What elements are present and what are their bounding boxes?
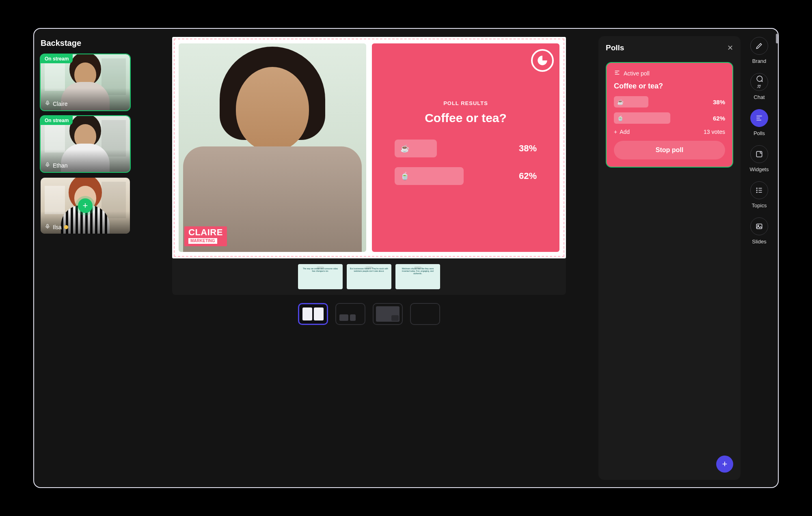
poll-option-row: 🍵 62% bbox=[395, 167, 537, 185]
mic-icon bbox=[45, 100, 50, 107]
poll-option-pct: 38% bbox=[512, 143, 537, 154]
poll-active-icon bbox=[614, 69, 620, 77]
mic-icon bbox=[45, 162, 50, 169]
brand-logo-icon bbox=[531, 49, 554, 72]
rail-topics[interactable]: Topics bbox=[750, 181, 768, 209]
rail-widgets[interactable]: Widgets bbox=[750, 145, 769, 172]
onstream-badge: On stream bbox=[41, 116, 73, 125]
lower-third: CLAIRE MARKETING bbox=[184, 226, 227, 246]
participant-card[interactable]: On stream Ethan bbox=[41, 116, 130, 172]
svg-rect-9 bbox=[756, 224, 762, 229]
layout-pip-button[interactable] bbox=[335, 303, 365, 325]
poll-option-pct: 38% bbox=[705, 99, 725, 105]
mic-icon bbox=[45, 224, 50, 230]
add-option-button[interactable]: + Add bbox=[614, 129, 630, 135]
svg-point-3 bbox=[758, 85, 759, 86]
participant-card[interactable]: On stream Claire bbox=[41, 54, 130, 110]
close-icon[interactable]: ✕ bbox=[727, 43, 733, 52]
slide-thumb[interactable]: The way we create and consume video has … bbox=[298, 264, 343, 289]
rail-polls[interactable]: Polls bbox=[750, 109, 768, 136]
chat-icon bbox=[755, 75, 763, 83]
active-poll-card: Active poll Coffee or tea? ☕ 38% 🍵 62% +… bbox=[606, 62, 733, 168]
layout-grid-button[interactable] bbox=[410, 303, 440, 325]
poll-option-row: ☕ 38% bbox=[395, 140, 537, 157]
lower-third-role: MARKETING bbox=[188, 238, 217, 244]
stage-column: CLAIRE MARKETING POLL RESULTS Coffee or … bbox=[140, 29, 598, 487]
slide-tray: The way we create and consume video has … bbox=[172, 258, 566, 295]
svg-rect-5 bbox=[756, 151, 762, 157]
svg-point-6 bbox=[756, 188, 757, 189]
rail-brand[interactable]: Brand bbox=[750, 37, 768, 64]
polls-panel: Polls ✕ Active poll Coffee or tea? ☕ 38%… bbox=[598, 36, 741, 480]
slide-thumb[interactable]: Webinars should feel like they were inve… bbox=[395, 264, 440, 289]
plus-icon: + bbox=[614, 129, 617, 135]
status-dot-icon bbox=[64, 225, 68, 229]
participant-name: Ethan bbox=[53, 162, 68, 169]
backstage-title: Backstage bbox=[41, 39, 133, 48]
rail-chat[interactable]: Chat bbox=[750, 73, 768, 100]
svg-rect-1 bbox=[47, 163, 48, 165]
active-poll-label: Active poll bbox=[624, 70, 650, 77]
participant-name: Ilsa bbox=[53, 224, 62, 230]
stage-poll-overlay: POLL RESULTS Coffee or tea? ☕ 38% 🍵 62% bbox=[372, 43, 559, 252]
backstage-panel: Backstage On stream Claire On stream bbox=[34, 29, 140, 487]
poll-option-row[interactable]: ☕ 38% bbox=[614, 96, 725, 108]
poll-question: Coffee or tea? bbox=[425, 111, 507, 125]
svg-point-4 bbox=[760, 85, 761, 86]
stage-canvas: CLAIRE MARKETING POLL RESULTS Coffee or … bbox=[172, 37, 566, 258]
poll-results-label: POLL RESULTS bbox=[443, 100, 488, 106]
image-icon bbox=[755, 222, 763, 230]
app-window: Backstage On stream Claire On stream bbox=[33, 28, 779, 488]
pencil-icon bbox=[755, 42, 763, 50]
add-to-stream-button[interactable]: + bbox=[78, 198, 93, 213]
poll-icon bbox=[755, 114, 763, 122]
slide-thumb[interactable]: But businesses haven't. They're stuck wi… bbox=[347, 264, 391, 289]
svg-point-8 bbox=[756, 192, 757, 193]
layout-split-button[interactable] bbox=[298, 303, 328, 325]
scrollbar-notch bbox=[776, 34, 778, 43]
participant-card[interactable]: + Ilsa bbox=[41, 178, 130, 234]
poll-card-question: Coffee or tea? bbox=[614, 82, 725, 90]
stop-poll-button[interactable]: Stop poll bbox=[614, 141, 725, 159]
participant-name: Claire bbox=[53, 101, 68, 107]
onstream-badge: On stream bbox=[41, 54, 73, 63]
widgets-icon bbox=[755, 150, 763, 158]
poll-option-emoji: ☕ bbox=[395, 140, 437, 157]
rail-slides[interactable]: Slides bbox=[750, 217, 768, 245]
list-icon bbox=[755, 186, 763, 194]
poll-option-pct: 62% bbox=[512, 171, 537, 181]
poll-option-row[interactable]: 🍵 62% bbox=[614, 112, 725, 124]
svg-rect-2 bbox=[47, 224, 48, 227]
new-poll-button[interactable]: + bbox=[716, 456, 733, 473]
poll-option-pct: 62% bbox=[705, 115, 725, 122]
right-rail: Brand Chat Polls Widgets Topics Slides bbox=[741, 29, 778, 487]
vote-count: 13 votes bbox=[704, 129, 725, 135]
svg-rect-0 bbox=[47, 101, 48, 103]
svg-point-7 bbox=[756, 190, 757, 191]
layout-focus-button[interactable] bbox=[373, 303, 403, 325]
lower-third-name: CLAIRE bbox=[188, 228, 223, 237]
poll-option-emoji: 🍵 bbox=[395, 167, 464, 185]
people-icon bbox=[756, 84, 762, 89]
stage-video-feed: CLAIRE MARKETING bbox=[179, 43, 366, 252]
layout-switcher bbox=[298, 303, 440, 325]
polls-title: Polls bbox=[606, 43, 733, 52]
